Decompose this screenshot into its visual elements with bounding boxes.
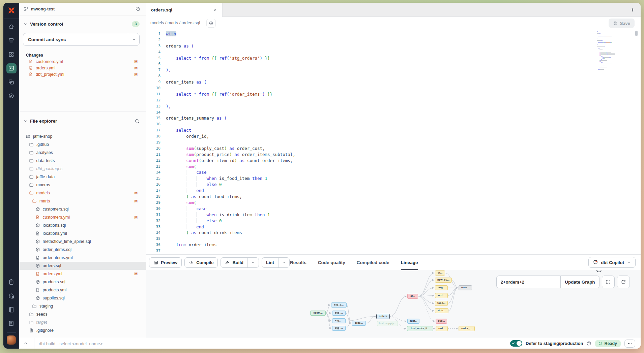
tree-item-dbt_packages[interactable]: dbt_packages <box>19 165 146 173</box>
changed-file-customers.yml[interactable]: customers.ymlM <box>19 58 146 65</box>
copy-icon[interactable] <box>135 6 140 11</box>
collapse-panel-button[interactable] <box>23 341 28 346</box>
lineage-node-stg_[interactable]: stg_... <box>332 311 346 316</box>
tree-item-analyses[interactable]: analyses <box>19 149 146 157</box>
build-options-chevron[interactable] <box>247 258 257 267</box>
lint-options-chevron[interactable] <box>278 258 287 267</box>
lineage-node-or[interactable]: or... <box>407 294 418 299</box>
lineage-node-orde[interactable]: orde... <box>459 285 472 290</box>
sidebar-item-clipboard[interactable] <box>4 275 19 289</box>
tree-item-jaffle-shop[interactable]: jaffle-shop <box>19 132 146 140</box>
lineage-node-orders[interactable]: orders <box>376 314 390 319</box>
tree-item-metricflow_time_spine.sql[interactable]: metricflow_time_spine.sql <box>19 237 146 246</box>
tree-item-supplies.sql[interactable]: supplies.sql <box>19 294 146 302</box>
close-icon[interactable] <box>213 8 217 12</box>
tree-item-staging[interactable]: staging <box>19 302 146 310</box>
dbt-command-input[interactable] <box>38 339 242 348</box>
new-tab-button[interactable] <box>628 6 636 14</box>
code-content[interactable]: withorders as ( select * from {{ ref('st… <box>166 31 295 254</box>
search-icon[interactable] <box>135 119 140 124</box>
workspace-switcher[interactable]: mwong-test <box>19 3 146 15</box>
lineage-node-orde[interactable]: orde... <box>352 321 366 326</box>
lineage-node-ord[interactable]: ord... <box>436 326 448 331</box>
compile-button[interactable]: Compile <box>184 257 218 268</box>
changed-file-orders.yml[interactable]: orders.ymlM <box>19 65 146 71</box>
lineage-node-order_[interactable]: order_... <box>459 326 475 331</box>
version-control-header[interactable]: Version control 3 <box>19 20 146 28</box>
lineage-node-food[interactable]: food... <box>435 301 448 306</box>
save-button[interactable]: Save <box>609 19 635 28</box>
tree-item-products.sql[interactable]: products.sql <box>19 278 146 286</box>
tree-item-customers.yml[interactable]: customers.ymlM <box>19 213 146 221</box>
dbt-copilot-button[interactable]: dbt Copilot <box>588 257 636 268</box>
tree-item-seeds[interactable]: seeds <box>19 310 146 318</box>
tab-results[interactable]: Results <box>290 255 306 270</box>
preview-button[interactable]: Preview <box>149 257 182 268</box>
tree-item-order_items.yml[interactable]: order_items.yml <box>19 254 146 262</box>
sidebar-item-compass[interactable] <box>4 89 19 103</box>
tab-compiled-code[interactable]: Compiled code <box>357 255 389 270</box>
lineage-node-cus[interactable]: cus... <box>436 319 447 324</box>
sidebar-item-grid[interactable] <box>4 47 19 61</box>
tree-item-.gitignore[interactable]: .gitignore <box>19 326 146 334</box>
tree-item-products.yml[interactable]: products.yml <box>19 286 146 294</box>
tree-item-orders.yml[interactable]: orders.ymlM <box>19 270 146 278</box>
tab-lineage[interactable]: Lineage <box>401 255 418 270</box>
commit-options-chevron[interactable] <box>128 33 139 45</box>
lineage-node-ecom[interactable]: ecom... <box>310 311 326 316</box>
lineage-node-larg[interactable]: larg... <box>435 285 448 290</box>
minimap[interactable] <box>597 31 618 71</box>
lint-button[interactable]: Lint <box>262 257 290 268</box>
commit-and-sync-button[interactable]: Commit and sync <box>23 33 140 46</box>
sidebar-item-squares[interactable] <box>4 75 19 89</box>
help-icon[interactable] <box>586 341 591 346</box>
tree-item-orders.sql[interactable]: orders.sql <box>19 262 146 270</box>
sidebar-item-code-window[interactable] <box>4 61 19 75</box>
lineage-node-stg_[interactable]: stg_... <box>332 318 346 323</box>
dbt-logo[interactable] <box>4 3 19 19</box>
refresh-button[interactable] <box>617 276 630 288</box>
lineage-node-ord[interactable]: ord... <box>435 293 448 298</box>
lineage-node-new_cu[interactable]: new_cu... <box>435 278 452 283</box>
update-graph-button[interactable]: Update Graph <box>560 276 599 288</box>
tree-item-locations.sql[interactable]: locations.sql <box>19 221 146 229</box>
tree-item-.github[interactable]: .github <box>19 140 146 149</box>
code-line <box>166 37 295 43</box>
changed-file-dbt_project.yml[interactable]: dbt_project.ymlM <box>19 71 146 77</box>
sidebar-item-building[interactable] <box>4 317 19 330</box>
sidebar-item-headset[interactable] <box>4 289 19 303</box>
tree-item-macros[interactable]: macros <box>19 181 146 189</box>
user-avatar[interactable] <box>7 335 16 345</box>
lineage-selector-input[interactable] <box>496 276 560 288</box>
open-lineage-button[interactable] <box>206 19 216 28</box>
code-line: end <box>166 224 295 230</box>
lineage-node-or[interactable]: or... <box>435 270 445 276</box>
tab-code-quality[interactable]: Code quality <box>318 255 345 270</box>
tree-item-customers.sql[interactable]: customers.sql <box>19 205 146 213</box>
tab-orders-sql[interactable]: orders.sql <box>146 3 223 17</box>
tree-item-marts[interactable]: martsM <box>19 197 146 205</box>
tree-item-locations.yml[interactable]: locations.yml <box>19 229 146 237</box>
sidebar-item-book[interactable] <box>4 303 19 317</box>
lineage-node-test_order_it[interactable]: test_order_it... <box>407 326 433 331</box>
tree-item-jaffle-data[interactable]: jaffle-data <box>19 173 146 181</box>
tree-item-order_items.sql[interactable]: order_items.sql <box>19 246 146 254</box>
lineage-node-cust[interactable]: cust... <box>407 319 419 324</box>
tree-item-target[interactable]: target <box>19 318 146 326</box>
sidebar-item-stack[interactable] <box>4 34 19 47</box>
tree-item-data-tests[interactable]: data-tests <box>19 157 146 165</box>
lineage-node-drin[interactable]: drin... <box>435 308 448 313</box>
sidebar-item-home[interactable] <box>4 20 19 34</box>
build-button[interactable]: Build <box>221 257 259 268</box>
code-editor[interactable]: 1234567891011121314151617181920212223242… <box>146 29 641 254</box>
scrollbar-thumb[interactable] <box>635 31 638 36</box>
file-explorer-header[interactable]: File explorer <box>19 117 146 125</box>
ide-status-pill[interactable]: Ready <box>595 340 621 347</box>
more-options-button[interactable] <box>624 340 635 348</box>
lineage-node-stg_[interactable]: stg_... <box>332 326 346 331</box>
tree-item-models[interactable]: modelsM <box>19 189 146 197</box>
lineage-node-test_supply[interactable]: test_supply... <box>377 321 398 326</box>
lineage-node-stg_o[interactable]: stg_o... <box>331 302 347 308</box>
fullscreen-button[interactable] <box>602 276 615 288</box>
defer-toggle[interactable] <box>510 340 522 347</box>
